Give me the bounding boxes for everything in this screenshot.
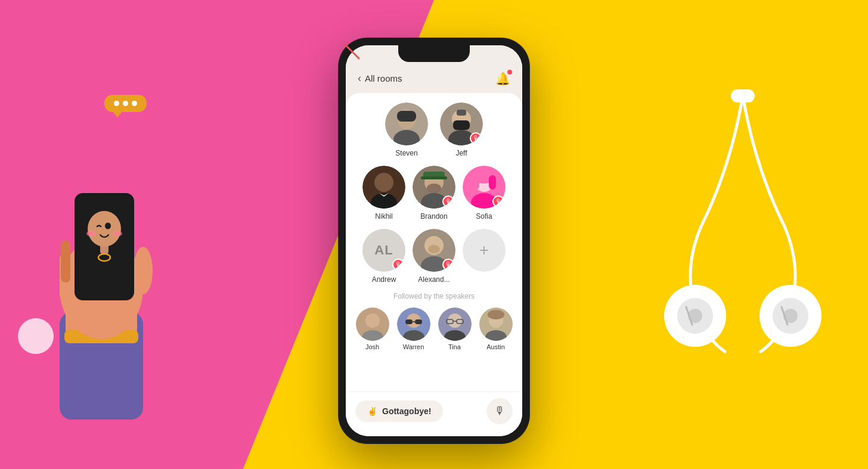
phone-bottom-bar: ✌️ Gottagobye! 🎙: [346, 392, 522, 436]
svg-rect-55: [472, 175, 479, 190]
mic-badge-andrew: 🎙: [392, 259, 404, 271]
follower-avatar-warren: [397, 308, 430, 341]
add-icon: +: [479, 242, 489, 259]
back-arrow-icon: ‹: [358, 72, 361, 85]
svg-point-71: [448, 313, 462, 328]
svg-rect-49: [421, 176, 447, 179]
svg-point-20: [113, 231, 122, 236]
follower-avatar-josh: [356, 308, 389, 341]
phone-screen: ‹ All rooms 🔔: [346, 45, 522, 436]
svg-line-80: [346, 45, 359, 58]
follower-name-warren: Warren: [403, 343, 424, 350]
svg-point-62: [365, 313, 380, 328]
svg-point-50: [427, 184, 441, 193]
goodbye-label: Gottagobye!: [382, 406, 431, 416]
follower-warren[interactable]: Warren: [396, 308, 430, 350]
avatar-andrew[interactable]: AL 🎙 Andrew: [362, 229, 405, 284]
avatar-name-andrew: Andrew: [372, 275, 396, 284]
speaker-row-2: Nikhil: [355, 157, 513, 220]
mic-badge-brandon: 🎙: [442, 195, 454, 207]
avatar-circle-andrew: AL 🎙: [362, 229, 405, 272]
mute-slash-icon: [346, 45, 365, 64]
svg-rect-39: [453, 120, 470, 130]
header-title: All rooms: [365, 73, 402, 83]
svg-rect-5: [61, 241, 70, 282]
phone-content: Steven: [346, 93, 522, 392]
avatar-circle-jeff: 🎙: [440, 103, 483, 145]
back-button[interactable]: ‹ All rooms: [358, 72, 402, 85]
mic-badge-sofia: 🎙: [492, 195, 504, 207]
phone-notch: [398, 45, 470, 62]
goodbye-button[interactable]: ✌️ Gottagobye!: [355, 400, 443, 422]
svg-point-13: [88, 211, 121, 247]
avatar-initials-andrew: AL: [374, 243, 393, 258]
avatar-jeff[interactable]: 🎙 Jeff: [440, 103, 483, 157]
avatar-brandon[interactable]: 🎙 Brandon: [413, 166, 455, 220]
avatar-name-nikhil: Nikhil: [375, 212, 392, 220]
followers-row: Josh: [355, 308, 513, 355]
avatar-name-sofia: Sofia: [476, 212, 492, 220]
nikhil-face: [362, 166, 405, 209]
follower-tina[interactable]: Tina: [438, 308, 472, 350]
avatar-circle-add: +: [463, 229, 506, 272]
follower-name-tina: Tina: [448, 343, 461, 350]
follower-avatar-tina: [438, 308, 472, 341]
mute-button[interactable]: 🎙: [486, 398, 513, 424]
svg-rect-29: [731, 89, 755, 103]
bell-badge: [507, 70, 512, 74]
follower-austin[interactable]: Austin: [479, 308, 513, 350]
svg-point-79: [488, 310, 504, 319]
goodbye-emoji: ✌️: [367, 406, 377, 416]
notification-bell[interactable]: 🔔: [495, 72, 510, 86]
svg-rect-34: [397, 111, 416, 122]
svg-rect-67: [405, 319, 413, 324]
follower-name-austin: Austin: [486, 343, 505, 350]
avatar-alexander[interactable]: 🎙 Alexand...: [413, 229, 455, 284]
avatar-steven[interactable]: Steven: [385, 103, 428, 157]
avatar-name-steven: Steven: [395, 149, 417, 157]
speaker-row-1: Steven: [355, 98, 513, 157]
svg-rect-68: [415, 319, 422, 324]
avatar-circle-brandon: 🎙: [413, 166, 455, 209]
svg-point-42: [374, 173, 393, 192]
steven-face: [385, 103, 428, 145]
left-illustration: [12, 50, 215, 420]
svg-point-60: [428, 245, 440, 253]
avatar-name-alexander: Alexand...: [418, 275, 450, 284]
followers-label: Followed by the speakers: [355, 292, 513, 300]
home-indicator: [404, 431, 464, 434]
svg-rect-40: [457, 110, 466, 116]
mute-icon: 🎙: [494, 405, 505, 417]
hand-illustration: [12, 110, 191, 420]
mic-badge-alexander: 🎙: [442, 259, 454, 271]
avatar-circle-alexander: 🎙: [413, 229, 455, 272]
follower-josh[interactable]: Josh: [355, 308, 389, 350]
svg-point-6: [134, 247, 153, 294]
phone-device-container: ‹ All rooms 🔔: [339, 26, 529, 443]
svg-rect-56: [489, 175, 496, 190]
svg-point-19: [87, 231, 95, 236]
avatar-name-jeff: Jeff: [455, 149, 467, 157]
avatar-nikhil[interactable]: Nikhil: [362, 166, 405, 220]
avatar-circle-nikhil: [362, 166, 405, 209]
avatar-add[interactable]: +: [463, 229, 506, 284]
chat-bubble-decoration: [104, 95, 147, 112]
mic-badge-jeff: 🎙: [470, 132, 482, 144]
svg-point-16: [105, 222, 111, 229]
avatar-sofia[interactable]: 🎙 Sofia: [463, 166, 506, 220]
avatar-circle-steven: [385, 103, 428, 145]
follower-name-josh: Josh: [365, 343, 379, 350]
avatar-name-brandon: Brandon: [420, 212, 447, 220]
deco-circle: [18, 318, 54, 354]
speaker-row-3: AL 🎙 Andrew: [355, 220, 513, 284]
follower-avatar-austin: [479, 308, 513, 341]
earphones-illustration: [653, 48, 832, 381]
followers-section: Followed by the speakers Jos: [355, 292, 513, 355]
avatar-circle-sofia: 🎙: [463, 166, 506, 209]
phone-device: ‹ All rooms 🔔: [339, 38, 529, 443]
